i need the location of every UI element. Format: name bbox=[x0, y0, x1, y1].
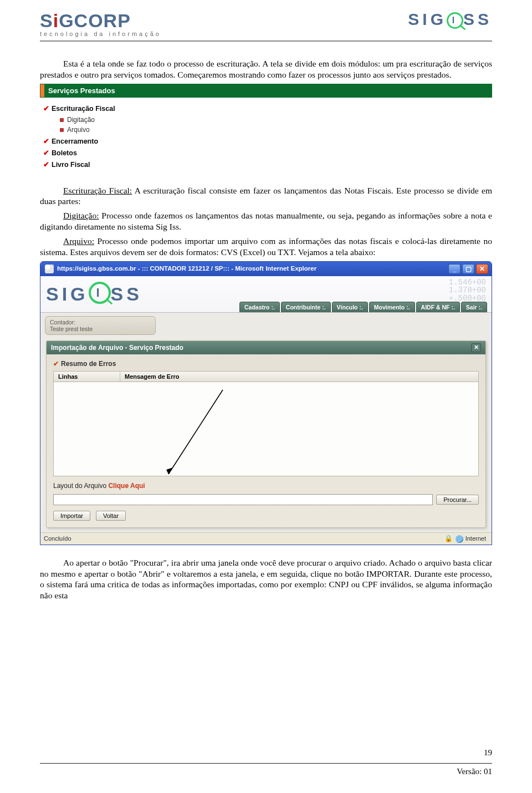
window-controls: _ ▢ ✕ bbox=[448, 264, 488, 274]
tab-aidf-nf[interactable]: AIDF & NF :. bbox=[416, 302, 460, 312]
file-row: Procurar... bbox=[53, 494, 479, 505]
tab-contribuinte[interactable]: Contribuinte :. bbox=[281, 302, 331, 312]
file-path-input[interactable] bbox=[53, 494, 433, 505]
importar-button[interactable]: Importar bbox=[53, 511, 90, 521]
panel-title-text: Importação de Arquivo - Serviço Prestado bbox=[51, 344, 183, 352]
tab-sair[interactable]: Sair :. bbox=[461, 302, 487, 312]
lock-icon: 🔒 bbox=[444, 535, 453, 542]
voltar-button[interactable]: Voltar bbox=[96, 511, 126, 521]
check-icon: ✔ bbox=[43, 161, 49, 169]
magnifier-icon: I bbox=[89, 282, 111, 304]
page-footer: 19 Versão: 01 bbox=[40, 748, 492, 776]
menu-root: ✔Escrituração Fiscal Digitação Arquivo ✔… bbox=[40, 98, 492, 173]
minimize-button[interactable]: _ bbox=[448, 264, 461, 274]
window-title: https://sigiss.gbss.com.br - ::: CONTADO… bbox=[45, 265, 316, 273]
heading-escrituracao-fiscal: Escrituração Fiscal: bbox=[63, 186, 132, 195]
sigcorp-logo-text: SiGCORP bbox=[40, 10, 161, 32]
paragraph-escrituracao: Escrituração Fiscal: A escrituração fisc… bbox=[40, 185, 492, 207]
grid-header: Linhas Mensagem de Erro bbox=[53, 371, 479, 382]
userchip-label: Contador: bbox=[50, 319, 151, 326]
panel-close-button[interactable]: ✕ bbox=[471, 343, 481, 352]
sigcorp-logo: SiGCORP tecnologia da informação bbox=[40, 10, 161, 37]
menu-item-escrituracao-fiscal[interactable]: ✔Escrituração Fiscal bbox=[43, 104, 490, 113]
heading-arquivo: Arquivo: bbox=[63, 236, 94, 246]
column-mensagem: Mensagem de Erro bbox=[120, 372, 478, 382]
maximize-button[interactable]: ▢ bbox=[462, 264, 474, 274]
import-panel: Importação de Arquivo - Serviço Prestado… bbox=[46, 340, 486, 528]
tab-movimento[interactable]: Movimento :. bbox=[369, 302, 415, 312]
status-concluido: Concluído bbox=[44, 535, 71, 542]
bullet-icon bbox=[60, 128, 64, 132]
paragraph-arquivo: Arquivo: Processo onde podemos importar … bbox=[40, 236, 492, 258]
doc-header: SiGCORP tecnologia da informação SIGISS bbox=[40, 10, 492, 42]
magnifier-icon: I bbox=[447, 12, 463, 29]
submenu-item-arquivo[interactable]: Arquivo bbox=[60, 126, 490, 134]
menu-item-livro-fiscal[interactable]: ✔Livro Fiscal bbox=[43, 160, 490, 169]
check-icon: ✔ bbox=[43, 105, 49, 113]
check-icon: ✔ bbox=[43, 149, 49, 157]
menu-item-encerramento[interactable]: ✔Encerramento bbox=[43, 137, 490, 145]
svg-line-0 bbox=[168, 390, 223, 474]
paragraph-digitacao: Digitação: Processo onde fazemos os lanç… bbox=[40, 210, 492, 232]
screenshot-import-window: https://sigiss.gbss.com.br - ::: CONTADO… bbox=[40, 261, 492, 545]
tab-vinculo[interactable]: Vínculo :. bbox=[332, 302, 368, 312]
tab-cadastro[interactable]: Cadastro :. bbox=[239, 302, 280, 312]
resumo-erros-label: ✔Resumo de Erros bbox=[53, 360, 479, 368]
check-icon: ✔ bbox=[43, 138, 49, 145]
footer-rule bbox=[40, 763, 492, 764]
ie-statusbar: Concluído 🔒 Internet bbox=[40, 532, 492, 545]
page-number: 19 bbox=[40, 748, 492, 758]
column-linhas: Linhas bbox=[54, 372, 120, 382]
status-internet-zone: 🔒 Internet bbox=[444, 535, 486, 543]
action-buttons: Importar Voltar bbox=[53, 511, 479, 521]
app-brand-logo: SIGISS bbox=[40, 279, 148, 308]
ie-page-icon bbox=[45, 265, 54, 273]
paragraph-procurar: Ao apertar o botão "Procurar", ira abrir… bbox=[40, 557, 492, 601]
layout-link[interactable]: Clique Aqui bbox=[108, 482, 145, 490]
menu-item-boletos[interactable]: ✔Boletos bbox=[43, 149, 490, 157]
layout-link-line: Layout do Arquivo Clique Aqui bbox=[53, 482, 479, 490]
sigcorp-tagline: tecnologia da informação bbox=[40, 30, 161, 37]
menu-header-bar: Serviços Prestados bbox=[40, 84, 492, 98]
tabs-row: Cadastro :. Contribuinte :. Vínculo :. M… bbox=[239, 302, 487, 312]
grid-body-empty bbox=[53, 382, 479, 476]
version-label: Versão: 01 bbox=[40, 767, 492, 776]
bullet-icon bbox=[60, 118, 64, 122]
check-icon: ✔ bbox=[53, 360, 59, 368]
sigiss-logo: SIGISS bbox=[408, 10, 492, 30]
paragraph-intro: Esta é a tela onde se faz todo o process… bbox=[40, 58, 492, 80]
screenshot-servicos-prestados: Serviços Prestados ✔Escrituração Fiscal … bbox=[40, 84, 492, 173]
submenu-item-digitacao[interactable]: Digitação bbox=[60, 116, 490, 124]
internet-zone-icon bbox=[456, 535, 463, 543]
window-titlebar: https://sigiss.gbss.com.br - ::: CONTADO… bbox=[40, 262, 492, 276]
app-header: SIGISS 1.546+00 1.378+00 +.500+00 1002+0… bbox=[40, 276, 492, 313]
close-button[interactable]: ✕ bbox=[476, 264, 488, 274]
userchip-value: Teste prest teste bbox=[50, 326, 151, 332]
user-chip: Contador: Teste prest teste bbox=[45, 316, 156, 335]
annotation-arrow-icon bbox=[162, 387, 228, 481]
heading-digitacao: Digitação: bbox=[63, 211, 99, 220]
procurar-button[interactable]: Procurar... bbox=[436, 495, 479, 505]
panel-titlebar: Importação de Arquivo - Serviço Prestado… bbox=[47, 341, 485, 354]
